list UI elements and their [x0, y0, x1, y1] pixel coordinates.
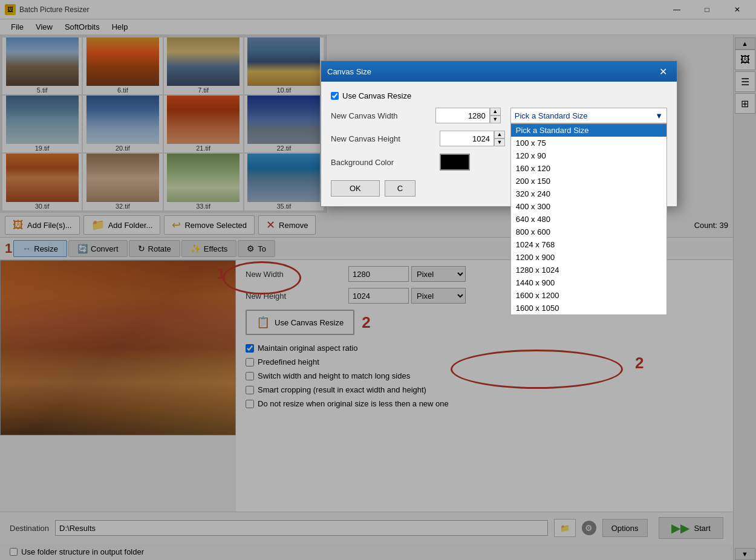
standard-size-button[interactable]: Pick a Standard Size ▼	[510, 108, 667, 123]
dialog-height-spin-up[interactable]: ▲	[494, 131, 505, 138]
standard-size-item[interactable]: 800 x 600	[511, 226, 666, 238]
standard-size-item[interactable]: 160 x 120	[511, 162, 666, 175]
standard-size-item[interactable]: Pick a Standard Size	[511, 124, 666, 137]
dialog-width-spinner: ▲ ▼	[490, 108, 501, 123]
dialog-ok-button[interactable]: OK	[331, 180, 380, 197]
standard-size-label: Pick a Standard Size	[515, 111, 588, 120]
dialog-width-input-wrap: ▲ ▼	[435, 108, 501, 123]
canvas-size-dialog: Canvas Size ✕ Use Canvas Resize New Canv…	[321, 60, 677, 207]
dialog-height-label: New Canvas Height	[331, 134, 440, 143]
standard-size-dropdown-wrap: Pick a Standard Size ▼ Pick a Standard S…	[510, 108, 667, 123]
standard-size-list[interactable]: Pick a Standard Size100 x 75120 x 90160 …	[510, 123, 667, 315]
dialog-width-input[interactable]	[435, 108, 490, 123]
dialog-title-text: Canvas Size	[327, 67, 371, 76]
dialog-cancel-button[interactable]: C	[385, 180, 415, 197]
dialog-use-canvas-label: Use Canvas Resize	[342, 91, 411, 100]
dialog-height-input-wrap: ▲ ▼	[440, 131, 505, 146]
standard-size-item[interactable]: 1440 x 900	[511, 276, 666, 289]
standard-size-item[interactable]: 640 x 480	[511, 213, 666, 226]
standard-size-item[interactable]: 1600 x 1050	[511, 302, 666, 314]
dialog-use-canvas-row: Use Canvas Resize	[331, 91, 667, 100]
standard-size-item[interactable]: 100 x 75	[511, 137, 666, 149]
standard-size-item[interactable]: 1024 x 768	[511, 238, 666, 251]
dialog-use-canvas-checkbox[interactable]	[331, 92, 339, 100]
dialog-body: Use Canvas Resize New Canvas Width ▲ ▼ P…	[321, 82, 677, 206]
dialog-height-spin-down[interactable]: ▼	[494, 138, 505, 146]
dialog-width-label: New Canvas Width	[331, 111, 435, 120]
dialog-width-row: New Canvas Width ▲ ▼ Pick a Standard Siz…	[331, 108, 667, 123]
dropdown-chevron-icon: ▼	[655, 111, 663, 120]
dialog-title-bar: Canvas Size ✕	[321, 61, 677, 82]
bg-color-swatch[interactable]	[440, 154, 470, 171]
standard-size-item[interactable]: 320 x 240	[511, 187, 666, 200]
standard-size-item[interactable]: 1600 x 1200	[511, 289, 666, 302]
standard-size-item[interactable]: 1280 x 1024	[511, 264, 666, 276]
standard-size-item[interactable]: 200 x 150	[511, 175, 666, 187]
dialog-height-input[interactable]	[440, 131, 494, 146]
dialog-bg-color-label: Background Color	[331, 158, 440, 167]
dialog-width-spin-down[interactable]: ▼	[490, 116, 501, 123]
dialog-close-button[interactable]: ✕	[655, 63, 671, 79]
standard-size-item[interactable]: 1200 x 900	[511, 251, 666, 264]
standard-size-item[interactable]: 400 x 300	[511, 200, 666, 213]
standard-size-item[interactable]: 120 x 90	[511, 149, 666, 162]
dialog-height-spinner: ▲ ▼	[494, 131, 505, 146]
dialog-width-spin-up[interactable]: ▲	[490, 108, 501, 116]
